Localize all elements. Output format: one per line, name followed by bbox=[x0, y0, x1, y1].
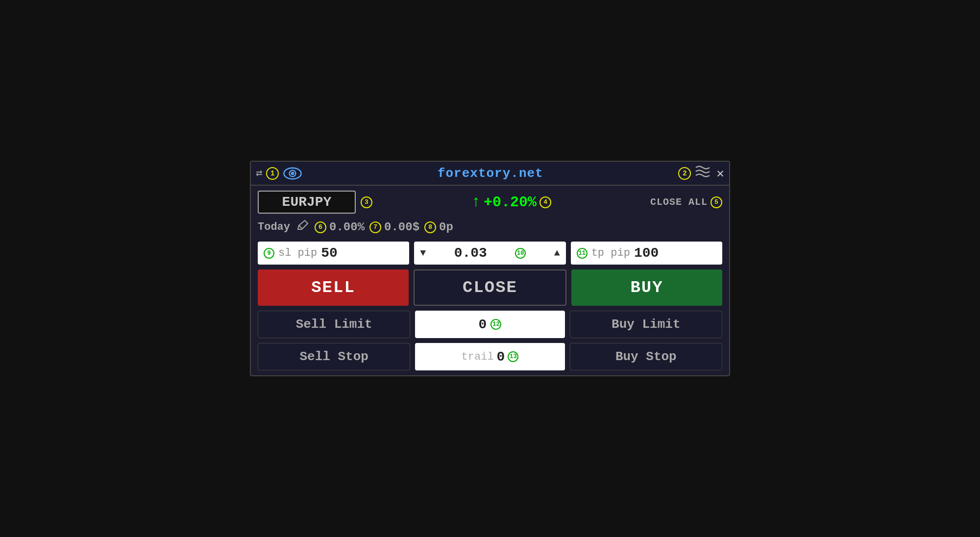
row-stop-orders: Sell Stop trail 0 13 Buy Stop bbox=[258, 343, 722, 370]
buy-stop-label: Buy Stop bbox=[615, 349, 677, 364]
today-label: Today bbox=[258, 221, 290, 233]
lot-badge: 10 bbox=[515, 248, 526, 259]
sell-limit-label: Sell Limit bbox=[296, 317, 372, 332]
trail-label: trail bbox=[462, 351, 494, 363]
lot-decrease-button[interactable]: ▼ bbox=[420, 247, 426, 259]
trail-badge: 13 bbox=[508, 351, 518, 362]
trail-cell[interactable]: trail 0 13 bbox=[415, 343, 564, 370]
window-close-button[interactable]: ✕ bbox=[716, 166, 724, 181]
lot-value: 0.03 bbox=[454, 245, 487, 261]
tp-label: tp pip bbox=[591, 247, 630, 259]
title-bar: ⇄ 1 forextory.net 2 ✕ bbox=[251, 162, 729, 186]
buy-button[interactable]: BUY bbox=[571, 269, 722, 306]
symbol-display[interactable]: EURJPY bbox=[258, 191, 356, 214]
swap-icon[interactable]: ⇄ bbox=[256, 167, 262, 180]
trail-value: 0 bbox=[497, 349, 505, 365]
stat-pips-group: 8 0p bbox=[424, 220, 453, 234]
row-trade-buttons: SELL CLOSE BUY bbox=[258, 269, 722, 306]
svg-point-2 bbox=[291, 171, 294, 174]
sell-stop-cell[interactable]: Sell Stop bbox=[258, 343, 410, 370]
percent-badge: 4 bbox=[539, 196, 551, 208]
sell-stop-label: Sell Stop bbox=[299, 349, 368, 364]
stat2-value: 0.00$ bbox=[384, 220, 419, 234]
stat1-badge: 6 bbox=[315, 221, 326, 233]
tp-box[interactable]: 11 tp pip 100 bbox=[571, 242, 722, 265]
row-sl-lot-tp: 9 sl pip 50 ▼ 0.03 10 ▲ 11 tp pip 1 bbox=[258, 242, 722, 265]
tp-value: 100 bbox=[634, 245, 659, 261]
trend-up-icon: ↑ bbox=[471, 193, 481, 211]
buy-limit-label: Buy Limit bbox=[612, 317, 680, 332]
app-title: forextory.net bbox=[306, 166, 674, 181]
stat3-badge: 8 bbox=[424, 221, 436, 233]
lot-increase-button[interactable]: ▲ bbox=[554, 247, 560, 259]
badge-2: 2 bbox=[678, 167, 691, 180]
row-stats: Today 6 0.00% 7 0.00$ bbox=[258, 219, 722, 236]
main-content: EURJPY 3 ↑ +0.20% 4 CLOSE ALL 5 Today bbox=[251, 186, 729, 375]
eye-icon bbox=[283, 166, 302, 181]
badge-1: 1 bbox=[266, 167, 279, 180]
settings-icon[interactable] bbox=[695, 165, 712, 182]
row-symbol: EURJPY 3 ↑ +0.20% 4 CLOSE ALL 5 bbox=[258, 191, 722, 214]
stat1-value: 0.00% bbox=[329, 220, 365, 234]
sl-value: 50 bbox=[321, 245, 338, 261]
close-button[interactable]: CLOSE bbox=[414, 269, 566, 306]
sell-limit-cell[interactable]: Sell Limit bbox=[258, 311, 410, 338]
stat-percent-group: 6 0.00% bbox=[315, 220, 365, 234]
close-all-area: CLOSE ALL 5 bbox=[650, 196, 722, 208]
sl-box[interactable]: 9 sl pip 50 bbox=[258, 242, 409, 265]
limit-badge: 12 bbox=[490, 319, 501, 330]
lot-box: ▼ 0.03 10 ▲ bbox=[414, 242, 565, 265]
sl-label: sl pip bbox=[278, 247, 317, 259]
percent-value: +0.20% bbox=[484, 194, 537, 211]
stat-dollar-group: 7 0.00$ bbox=[369, 220, 419, 234]
sell-button[interactable]: SELL bbox=[258, 269, 409, 306]
percent-area: ↑ +0.20% 4 bbox=[377, 193, 645, 211]
buy-limit-cell[interactable]: Buy Limit bbox=[570, 311, 722, 338]
stat2-badge: 7 bbox=[369, 221, 381, 233]
calendar-icon bbox=[295, 219, 310, 236]
limit-price-value: 0 bbox=[479, 317, 487, 332]
close-all-button[interactable]: CLOSE ALL bbox=[650, 196, 708, 208]
buy-stop-cell[interactable]: Buy Stop bbox=[570, 343, 722, 370]
sl-badge: 9 bbox=[264, 248, 274, 259]
row-limit-orders: Sell Limit 0 12 Buy Limit bbox=[258, 311, 722, 338]
limit-price-cell[interactable]: 0 12 bbox=[415, 311, 564, 338]
tp-badge: 11 bbox=[577, 248, 588, 259]
symbol-badge: 3 bbox=[361, 196, 372, 208]
close-all-badge: 5 bbox=[710, 196, 722, 208]
stat3-value: 0p bbox=[439, 220, 453, 234]
